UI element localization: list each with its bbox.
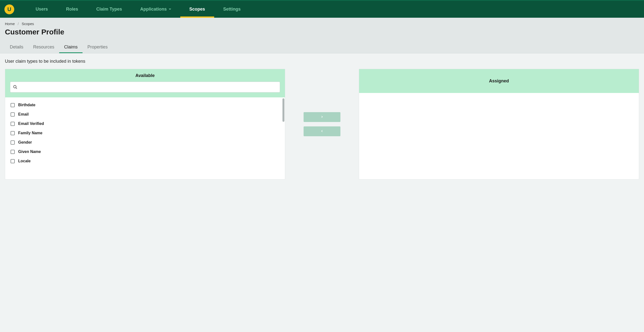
list-item[interactable]: Gender: [5, 138, 285, 147]
list-item-label: Family Name: [18, 131, 42, 135]
tab-claims[interactable]: Claims: [59, 42, 82, 53]
available-panel-header: Available: [5, 69, 285, 97]
checkbox[interactable]: [10, 103, 15, 107]
scrollbar-thumb[interactable]: [282, 98, 284, 122]
list-item-label: Email: [18, 112, 29, 117]
search-icon: [13, 85, 18, 89]
assigned-panel-header: Assigned: [359, 69, 639, 93]
breadcrumb: Home/Scopes: [5, 22, 639, 26]
breadcrumb-separator: /: [18, 22, 19, 26]
nav-item-scopes[interactable]: Scopes: [180, 1, 214, 18]
checkbox[interactable]: [10, 159, 15, 163]
chevron-right-icon: [320, 115, 324, 119]
page-title: Customer Profile: [5, 28, 639, 36]
assigned-list[interactable]: [359, 93, 639, 179]
checkbox[interactable]: [10, 112, 15, 117]
available-search-wrap: [10, 82, 280, 92]
checkbox[interactable]: [10, 140, 15, 145]
list-item-label: Email Verified: [18, 121, 44, 126]
checkbox[interactable]: [10, 122, 15, 126]
list-item-label: Birthdate: [18, 103, 35, 107]
list-item[interactable]: Birthdate: [5, 100, 285, 110]
list-item[interactable]: Locale: [5, 156, 285, 166]
checkbox[interactable]: [10, 150, 15, 154]
nav-item-label: Scopes: [189, 7, 205, 12]
list-item-label: Gender: [18, 140, 32, 145]
available-panel: Available BirthdateEmailEmail VerifiedFa…: [5, 69, 285, 180]
app-logo: [4, 5, 14, 14]
content-area: User claim types to be included in token…: [0, 53, 644, 185]
top-nav-bar: UsersRolesClaim TypesApplicationsScopesS…: [0, 0, 644, 18]
breadcrumb-link-scopes[interactable]: Scopes: [22, 22, 34, 26]
breadcrumb-link-home[interactable]: Home: [5, 22, 15, 26]
nav-item-users[interactable]: Users: [26, 1, 57, 18]
nav-item-applications[interactable]: Applications: [131, 1, 180, 18]
transfer-buttons: [295, 69, 349, 180]
list-item[interactable]: Family Name: [5, 128, 285, 138]
chevron-down-icon: [169, 9, 171, 10]
list-item-label: Given Name: [18, 149, 41, 154]
svg-point-0: [14, 85, 16, 88]
move-right-button[interactable]: [304, 112, 340, 122]
list-item[interactable]: Given Name: [5, 147, 285, 156]
main-nav: UsersRolesClaim TypesApplicationsScopesS…: [26, 1, 250, 18]
nav-item-roles[interactable]: Roles: [57, 1, 87, 18]
nav-item-claim-types[interactable]: Claim Types: [87, 1, 131, 18]
svg-line-1: [16, 88, 17, 89]
tab-details[interactable]: Details: [5, 42, 28, 53]
nav-item-settings[interactable]: Settings: [214, 1, 250, 18]
tab-resources[interactable]: Resources: [28, 42, 59, 53]
nav-item-label: Roles: [66, 7, 78, 12]
nav-item-label: Users: [36, 7, 48, 12]
available-search-input[interactable]: [10, 82, 280, 92]
available-list[interactable]: BirthdateEmailEmail VerifiedFamily NameG…: [5, 97, 285, 179]
list-item[interactable]: Email Verified: [5, 119, 285, 128]
page-tabs: DetailsResourcesClaimsProperties: [5, 42, 639, 53]
chevron-left-icon: [320, 129, 324, 133]
list-item[interactable]: Email: [5, 110, 285, 119]
assigned-panel-title: Assigned: [364, 78, 634, 84]
nav-item-label: Claim Types: [96, 7, 122, 12]
available-panel-title: Available: [10, 73, 280, 78]
nav-item-label: Settings: [223, 7, 241, 12]
transfer-layout: Available BirthdateEmailEmail VerifiedFa…: [5, 69, 639, 180]
page-header: Home/Scopes Customer Profile DetailsReso…: [0, 18, 644, 53]
list-item-label: Locale: [18, 159, 31, 163]
tab-properties[interactable]: Properties: [82, 42, 112, 53]
move-left-button[interactable]: [304, 126, 340, 136]
assigned-panel: Assigned: [359, 69, 639, 180]
checkbox[interactable]: [10, 131, 15, 135]
section-subtitle: User claim types to be included in token…: [5, 59, 639, 64]
nav-item-label: Applications: [140, 7, 167, 12]
